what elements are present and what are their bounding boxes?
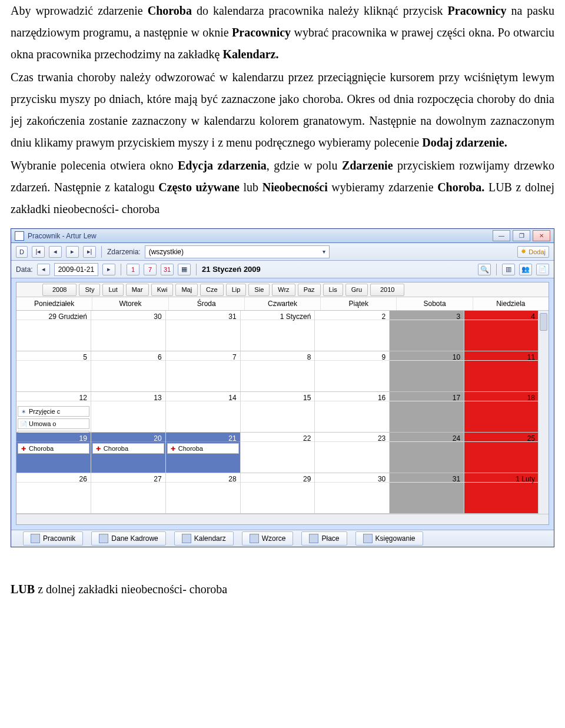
- minimize-button[interactable]: —: [493, 230, 510, 241]
- month-sie[interactable]: Sie: [248, 284, 270, 296]
- tab-dane-kadrowe[interactable]: Dane Kadrowe: [91, 531, 165, 546]
- view-table-button[interactable]: ▦: [178, 264, 191, 275]
- window-icon: [15, 231, 24, 241]
- month-kwi[interactable]: Kwi: [151, 284, 174, 296]
- month-paz[interactable]: Paz: [298, 284, 321, 296]
- properties-button[interactable]: ▥: [502, 264, 515, 275]
- day-number: 7: [166, 351, 240, 361]
- day-cell-selected[interactable]: 20 ✚Choroba: [91, 433, 166, 473]
- titlebar[interactable]: Pracownik - Artur Lew — ❐ ✕: [11, 229, 554, 243]
- event-choroba[interactable]: ✚Choroba: [18, 443, 89, 454]
- dodaj-label: Dodaj: [529, 248, 546, 255]
- day-cell-saturday[interactable]: 24: [390, 433, 464, 473]
- date-input[interactable]: 2009-01-21: [54, 263, 98, 276]
- search-button[interactable]: 🔍: [478, 264, 491, 275]
- day-cell-saturday[interactable]: 31: [390, 473, 464, 513]
- zdarzenia-select[interactable]: (wszystkie): [145, 245, 330, 258]
- day-cell[interactable]: 16: [315, 392, 390, 432]
- text: Wybranie polecenia otwiera okno: [11, 159, 178, 172]
- calendar-week: 29 Grudzień 30 31 1 Styczeń 2 3 4: [16, 311, 539, 351]
- month-lip[interactable]: Lip: [226, 284, 247, 296]
- month-maj[interactable]: Maj: [175, 284, 198, 296]
- day-cell[interactable]: 13: [91, 392, 166, 432]
- day-cell[interactable]: 28: [166, 473, 241, 513]
- day-cell[interactable]: 14: [166, 392, 241, 432]
- nav-next-button[interactable]: ▸: [66, 246, 79, 258]
- day-cell[interactable]: 9: [315, 351, 390, 391]
- day-cell[interactable]: 31: [166, 311, 241, 351]
- month-lut[interactable]: Lut: [102, 284, 123, 296]
- dodaj-button[interactable]: ✸ Dodaj: [517, 246, 549, 258]
- nav-first-button[interactable]: |◂: [32, 246, 45, 258]
- month-wrz[interactable]: Wrz: [272, 284, 295, 296]
- event-item[interactable]: 📄Umowa o: [18, 418, 89, 429]
- event-label: Choroba: [178, 445, 203, 452]
- day-cell-saturday[interactable]: 3: [390, 311, 464, 351]
- vertical-scrollbar[interactable]: [538, 311, 549, 514]
- day-cell-selected[interactable]: 21 ✚Choroba: [166, 433, 241, 473]
- event-choroba[interactable]: ✚Choroba: [92, 443, 164, 454]
- year-next-button[interactable]: 2010: [370, 284, 404, 296]
- day-number: 28: [166, 473, 240, 483]
- scrollbar-thumb[interactable]: [540, 313, 547, 331]
- day-cell[interactable]: 6: [91, 351, 166, 391]
- day-cell[interactable]: 26: [16, 473, 91, 513]
- year-prev-button[interactable]: 2008: [42, 284, 77, 296]
- zdarzenia-value: (wszystkie): [149, 248, 184, 256]
- horizontal-scrollbar[interactable]: [16, 514, 549, 524]
- event-icon: ✶: [20, 408, 27, 415]
- day-cell-sunday[interactable]: 4: [464, 311, 539, 351]
- day-cell[interactable]: 30: [315, 473, 390, 513]
- day-cell[interactable]: 23: [315, 433, 390, 473]
- view-week-button[interactable]: 7: [144, 264, 157, 275]
- tab-kalendarz[interactable]: Kalendarz: [174, 531, 234, 546]
- day-cell[interactable]: 22: [241, 433, 315, 473]
- day-cell-sunday[interactable]: 1 Luty: [464, 473, 539, 513]
- day-number: 22: [241, 433, 315, 442]
- month-mar[interactable]: Mar: [126, 284, 149, 296]
- close-button[interactable]: ✕: [533, 230, 550, 241]
- nav-prev-button[interactable]: ◂: [49, 246, 62, 258]
- day-cell[interactable]: 29 Grudzień: [16, 311, 91, 351]
- month-lis[interactable]: Lis: [323, 284, 343, 296]
- day-cell-sunday[interactable]: 18: [464, 392, 539, 432]
- day-cell-selected[interactable]: 19 ✚Choroba: [16, 433, 91, 473]
- people-button[interactable]: 👥: [519, 264, 532, 275]
- tab-label: Płace: [321, 534, 339, 543]
- day-cell[interactable]: 8: [241, 351, 315, 391]
- view-day-button[interactable]: 1: [127, 264, 139, 275]
- day-cell[interactable]: 5: [16, 351, 91, 391]
- month-cze[interactable]: Cze: [200, 284, 224, 296]
- date-prev-button[interactable]: ◂: [37, 264, 50, 275]
- day-cell[interactable]: 1 Styczeń: [241, 311, 315, 351]
- maximize-button[interactable]: ❐: [513, 230, 530, 241]
- document-button[interactable]: 📄: [536, 264, 549, 275]
- day-number: 29: [241, 473, 315, 483]
- d-button[interactable]: D: [16, 246, 28, 258]
- day-cell[interactable]: 15: [241, 392, 315, 432]
- date-next-button[interactable]: ▸: [102, 264, 115, 275]
- event-item[interactable]: ✶Przyjęcie c: [18, 406, 89, 417]
- day-cell[interactable]: 30: [91, 311, 166, 351]
- month-gru[interactable]: Gru: [345, 284, 368, 296]
- day-cell[interactable]: 29: [241, 473, 315, 513]
- day-cell-saturday[interactable]: 17: [390, 392, 464, 432]
- month-sty[interactable]: Sty: [79, 284, 100, 296]
- tab-place[interactable]: Płace: [301, 531, 347, 546]
- day-cell[interactable]: 12 ✶Przyjęcie c 📄Umowa o ✎Wstenne s: [16, 392, 91, 432]
- day-cell[interactable]: 7: [166, 351, 241, 391]
- day-number: 19: [16, 433, 91, 442]
- tab-ksiegowanie[interactable]: Księgowanie: [355, 531, 423, 546]
- day-cell-sunday[interactable]: 25: [464, 433, 539, 473]
- day-cell-saturday[interactable]: 10: [390, 351, 464, 391]
- tab-wzorce[interactable]: Wzorce: [242, 531, 294, 546]
- event-choroba[interactable]: ✚Choroba: [167, 443, 239, 454]
- view-month-button[interactable]: 31: [161, 264, 174, 275]
- day-cell-sunday[interactable]: 11: [464, 351, 539, 391]
- day-cell[interactable]: 2: [315, 311, 390, 351]
- tab-pracownik[interactable]: Pracownik: [23, 531, 83, 546]
- app-window: Pracownik - Artur Lew — ❐ ✕ D |◂ ◂ ▸ ▸| …: [11, 228, 554, 547]
- day-number: 24: [390, 433, 464, 442]
- day-cell[interactable]: 27: [91, 473, 166, 513]
- nav-last-button[interactable]: ▸|: [83, 246, 96, 258]
